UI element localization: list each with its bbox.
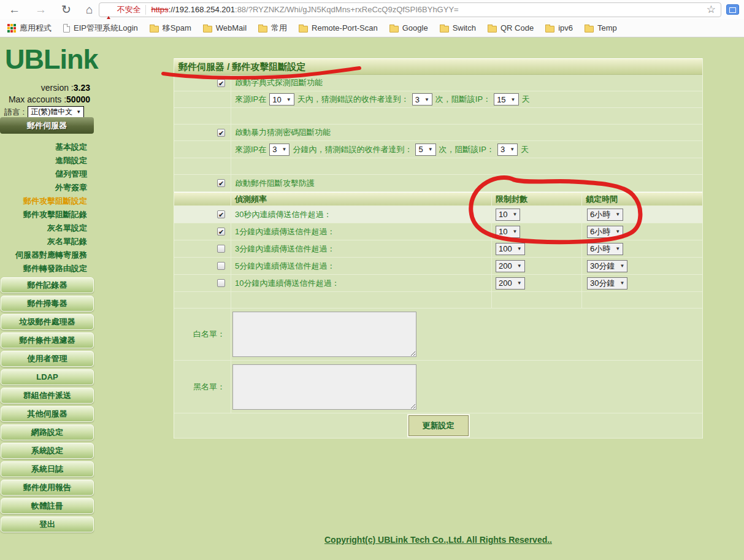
sidebar-item-basic-settings[interactable]: 基本設定 bbox=[0, 140, 93, 154]
brute-enable-checkbox[interactable]: ✔ bbox=[217, 129, 225, 137]
sidebar-button-user-management[interactable]: 使用者管理 bbox=[1, 351, 94, 367]
url-text[interactable]: https://192.168.254.201:88/?RYZNKZ/Whi/g… bbox=[151, 5, 458, 14]
dict-count-select[interactable]: 3 bbox=[412, 93, 432, 105]
sidebar-item-outgoing-signature[interactable]: 外寄簽章 bbox=[0, 181, 93, 194]
bookmark-folder-common[interactable]: 常用 bbox=[258, 23, 287, 34]
sidebar-item-attack-block-log[interactable]: 郵件攻擊阻斷記錄 bbox=[0, 208, 93, 221]
bookmark-apps[interactable]: 應用程式 bbox=[7, 23, 52, 34]
dict-detail-text: 次，阻斷該IP： bbox=[435, 94, 491, 105]
sidebar-button-network-settings[interactable]: 網路設定 bbox=[1, 424, 94, 440]
sidebar-submenu: 基本設定 進階設定 儲列管理 外寄簽章 郵件攻擊阻斷設定 郵件攻擊阻斷記錄 灰名… bbox=[0, 140, 93, 275]
sidebar-meta: version :3.23 Max accounts :50000 bbox=[0, 82, 90, 105]
lock-time-select[interactable]: 6小時 bbox=[587, 209, 623, 221]
sidebar-item-greylist-log[interactable]: 灰名單記錄 bbox=[0, 235, 93, 248]
bookmark-folder-ipv6[interactable]: ipv6 bbox=[545, 23, 573, 33]
limit-select[interactable]: 200 bbox=[496, 277, 525, 290]
folder-icon bbox=[440, 26, 449, 33]
row-checkbox[interactable] bbox=[217, 279, 225, 287]
sidebar-buttons: 郵件記錄器 郵件掃毒器 垃圾郵件處理器 郵件條件過濾器 使用者管理 LDAP 群… bbox=[1, 277, 94, 535]
sidebar-item-server-relay-service[interactable]: 伺服器對應轉寄服務 bbox=[0, 248, 93, 262]
accounts-line: Max accounts :50000 bbox=[0, 94, 90, 105]
whitelist-textarea[interactable] bbox=[232, 312, 416, 357]
bookmark-folder-switch[interactable]: Switch bbox=[440, 23, 476, 33]
mailblock-enable-checkbox[interactable]: ✔ bbox=[217, 179, 225, 187]
blacklist-textarea[interactable] bbox=[232, 364, 416, 410]
limit-select[interactable]: 200 bbox=[496, 260, 525, 272]
limit-select[interactable]: 100 bbox=[496, 243, 525, 255]
bookmark-folder-temp[interactable]: Temp bbox=[585, 23, 617, 33]
sidebar-header-mail-server[interactable]: 郵件伺服器 bbox=[0, 117, 94, 134]
bookmark-folder-qrcode[interactable]: QR Code bbox=[488, 23, 534, 33]
dict-block-days-select[interactable]: 15 bbox=[494, 93, 518, 105]
sidebar-button-mail-antivirus[interactable]: 郵件掃毒器 bbox=[1, 296, 94, 312]
sidebar-button-ldap[interactable]: LDAP bbox=[1, 369, 94, 385]
security-warning-icon[interactable] bbox=[104, 6, 113, 13]
settings-panel: 郵件伺服器 / 郵件攻擊阻斷設定 ✔ 啟動字典式探測阻斷功能 來源IP在 10 … bbox=[174, 58, 703, 439]
sidebar-button-logout[interactable]: 登出 bbox=[1, 516, 94, 532]
lock-time-value: 6小時 bbox=[590, 244, 610, 255]
bookmark-star-icon[interactable]: ☆ bbox=[707, 3, 716, 16]
dict-days-select[interactable]: 10 bbox=[269, 93, 294, 105]
sidebar-button-group-delivery[interactable]: 群組信件派送 bbox=[1, 388, 94, 404]
bookmark-folder-google[interactable]: Google bbox=[389, 23, 428, 33]
bookmark-label: QR Code bbox=[500, 23, 534, 33]
limit-select[interactable]: 10 bbox=[496, 226, 520, 238]
row-label: 10分鐘內連續傳送信件超過： bbox=[231, 275, 492, 291]
dict-detail-row: 來源IP在 10 天內，猜測錯誤的收件者達到： 3 次，阻斷該IP： 15 天 bbox=[174, 91, 702, 108]
brute-enable-row: ✔ 啟動暴力猜測密碼阻斷功能 bbox=[174, 125, 702, 141]
brute-minutes-select[interactable]: 3 bbox=[269, 144, 290, 156]
row-checkbox[interactable] bbox=[217, 245, 225, 253]
dict-enable-checkbox[interactable]: ✔ bbox=[217, 79, 225, 87]
back-icon[interactable]: ← bbox=[9, 4, 20, 15]
sidebar-button-spam-processor[interactable]: 垃圾郵件處理器 bbox=[1, 314, 94, 330]
whitelist-row: 白名單： bbox=[174, 309, 702, 361]
limit-select[interactable]: 10 bbox=[496, 209, 520, 221]
lock-time-select[interactable]: 30分鐘 bbox=[587, 277, 627, 290]
forward-icon[interactable]: → bbox=[35, 4, 47, 15]
sidebar-button-system-log[interactable]: 系統日誌 bbox=[1, 461, 94, 477]
copyright-link[interactable]: Copyright(c) UBLink Tech Co.,Ltd. All Ri… bbox=[324, 535, 552, 545]
home-icon[interactable]: ⌂ bbox=[86, 4, 93, 15]
extension-icon[interactable] bbox=[726, 4, 739, 15]
lock-time-select[interactable]: 30分鐘 bbox=[587, 260, 627, 272]
folder-icon bbox=[299, 26, 308, 33]
row-label: 3分鐘內連續傳送信件超過： bbox=[231, 240, 492, 257]
row-checkbox[interactable] bbox=[217, 262, 225, 270]
sidebar-item-attack-block-settings[interactable]: 郵件攻擊阻斷設定 bbox=[0, 194, 93, 208]
url-bar[interactable]: 不安全 https://192.168.254.201:88/?RYZNKZ/W… bbox=[99, 2, 721, 17]
language-value: 正(繁)體中文 bbox=[31, 107, 72, 117]
whitelist-label: 白名單： bbox=[174, 309, 231, 360]
bookmark-folder-remote-port-scan[interactable]: Remote-Port-Scan bbox=[299, 23, 378, 33]
table-header-row: 偵測頻率 限制封數 鎖定時間 bbox=[174, 192, 702, 206]
brute-detail-text: 天 bbox=[521, 144, 529, 155]
sidebar-item-greylist-settings[interactable]: 灰名單設定 bbox=[0, 221, 93, 235]
sidebar-item-mail-routing-settings[interactable]: 郵件轉發路由設定 bbox=[0, 262, 93, 275]
row-checkbox[interactable]: ✔ bbox=[217, 210, 225, 218]
sidebar-button-software-registration[interactable]: 軟體註冊 bbox=[1, 498, 94, 514]
brute-count-select[interactable]: 5 bbox=[415, 144, 435, 156]
sidebar-button-mail-filter[interactable]: 郵件條件過濾器 bbox=[1, 332, 94, 348]
bookmark-folder-webmail[interactable]: WebMail bbox=[203, 23, 247, 33]
sidebar-button-other-servers[interactable]: 其他伺服器 bbox=[1, 406, 94, 422]
bookmark-eip-login[interactable]: EIP管理系統Login bbox=[63, 23, 138, 34]
sidebar-item-advanced-settings[interactable]: 進階設定 bbox=[0, 154, 93, 167]
reload-icon[interactable]: ↻ bbox=[61, 4, 71, 15]
brute-block-days-select[interactable]: 3 bbox=[497, 144, 518, 156]
page-body: UBLink version :3.23 Max accounts :50000… bbox=[0, 37, 744, 560]
language-select[interactable]: 正(繁)體中文 bbox=[28, 106, 84, 118]
sidebar-button-system-settings[interactable]: 系統設定 bbox=[1, 443, 94, 459]
sidebar-item-queue-management[interactable]: 儲列管理 bbox=[0, 167, 93, 181]
bookmark-folder-spam[interactable]: 移Spam bbox=[150, 23, 191, 34]
row-label: 30秒內連續傳送信件超過： bbox=[231, 206, 492, 223]
table-row-10min: 10分鐘內連續傳送信件超過： 200 30分鐘 bbox=[174, 275, 702, 292]
spacer-row bbox=[174, 158, 702, 175]
table-row-3min: 3分鐘內連續傳送信件超過： 100 6小時 bbox=[174, 240, 702, 258]
update-settings-button[interactable]: 更新設定 bbox=[408, 415, 469, 436]
lock-time-select[interactable]: 6小時 bbox=[587, 226, 623, 238]
bookmark-label: EIP管理系統Login bbox=[74, 23, 138, 34]
lock-time-select[interactable]: 6小時 bbox=[587, 243, 623, 255]
sidebar-button-mail-logger[interactable]: 郵件記錄器 bbox=[1, 277, 94, 293]
dict-detail-text: 天 bbox=[522, 94, 530, 105]
row-checkbox[interactable]: ✔ bbox=[217, 228, 225, 236]
sidebar-button-mail-usage-report[interactable]: 郵件使用報告 bbox=[1, 480, 94, 496]
